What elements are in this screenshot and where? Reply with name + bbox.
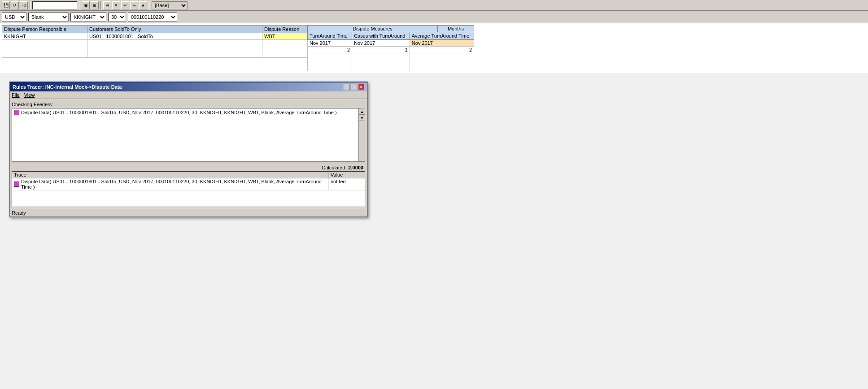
modal-menubar: File View [10, 91, 367, 99]
dm-empty-3 [410, 53, 474, 71]
cell-customer: US01 - 1000001801 - SoldTo [87, 33, 262, 40]
maximize-button[interactable]: □ [351, 84, 357, 90]
calc-row: Calculated: 2.0000 [12, 164, 365, 171]
dm-table: TurnAround Time Cases with TurnAround Av… [307, 32, 474, 71]
months-select[interactable]: 30 [108, 13, 126, 22]
dm-cell-average: 2 [410, 47, 474, 53]
close-button[interactable]: ✕ [358, 84, 364, 90]
dm-col-average: Average TurnAround Time [410, 32, 474, 40]
col-header-reason: Dispute Reason [262, 26, 307, 33]
empty-cell-1 [2, 40, 87, 58]
dispute-table: Dispute Person Responsible Customers Sol… [2, 25, 307, 58]
dm-col-cases: Cases with TurnAround [352, 32, 410, 40]
dm-group-label: Dispute Measures [308, 26, 438, 32]
trace-col-header: Trace [12, 172, 329, 178]
dm-cell-date3: Nov 2017 [410, 40, 474, 47]
dm-cell-date: Nov 2017 [308, 40, 352, 47]
trace-cell: Dispute Data( US01 - 1000001801 - SoldTo… [12, 178, 329, 190]
value-cell: not fed [329, 178, 365, 190]
cell-reason: WBT [262, 33, 307, 40]
dm-data-row: 2 1 2 [308, 47, 474, 53]
print-button[interactable]: 🖨 [103, 1, 111, 9]
empty-cell-3 [262, 40, 307, 58]
main-toolbar: 💾 ↺ ◁ feederview ▣ ⊞ 🖨 ✕ ↩ ↪ ★ [Base] [0, 0, 868, 11]
trace-row: Dispute Data( US01 - 1000001801 - SoldTo… [12, 178, 365, 190]
trace-text: Dispute Data( US01 - 1000001801 - SoldTo… [21, 179, 327, 190]
currency-select[interactable]: USD [2, 13, 26, 22]
feeder-row: Dispute Data( US01 - 1000001801 - SoldTo… [13, 109, 364, 116]
value-col-header: Value [329, 172, 365, 178]
base-dropdown[interactable]: [Base] [152, 1, 188, 9]
upper-scrollbar[interactable]: ▲ ▼ [358, 108, 365, 161]
menu-file[interactable]: File [12, 92, 20, 98]
col-header-customer: Customers SoldTo Only [87, 26, 262, 33]
user-select[interactable]: KKNIGHT [70, 13, 106, 22]
status-text: Ready [12, 210, 26, 216]
dm-cell-cases: 1 [352, 47, 410, 53]
save-button[interactable]: 💾 [2, 1, 10, 9]
cancel-button[interactable]: ✕ [112, 1, 120, 9]
col-header-person: Dispute Person Responsible [2, 26, 87, 33]
filter-select[interactable]: Blank [28, 13, 69, 22]
feeder-text: Dispute Data( US01 - 1000001801 - SoldTo… [21, 110, 337, 115]
modal-titlebar: Rules Tracer: INC-Internal Mock->Dispute… [10, 82, 367, 91]
feeder-icon [14, 110, 19, 115]
empty-cell-2 [87, 40, 262, 58]
separator-3 [100, 1, 101, 9]
rules-tracer-modal: Rules Tracer: INC-Internal Mock->Dispute… [9, 82, 368, 217]
separator-4 [149, 1, 150, 9]
main-content: Dispute Person Responsible Customers Sol… [0, 23, 868, 73]
back-button[interactable]: ◁ [20, 1, 28, 9]
dm-months-label: Months [438, 26, 474, 32]
dm-col-turnaround: TurnAround Time [308, 32, 352, 40]
dm-cell-date2: Nov 2017 [352, 40, 410, 47]
dm-period-row: Nov 2017 Nov 2017 Nov 2017 [308, 40, 474, 47]
dm-empty-1 [308, 53, 352, 71]
controls-bar: USD Blank KKNIGHT 30 000100110220 [0, 11, 868, 23]
modal-statusbar: Ready [10, 209, 367, 216]
modal-body: Checking Feeders: Dispute Data( US01 - 1… [10, 99, 367, 209]
tables-wrapper: Dispute Person Responsible Customers Sol… [2, 25, 866, 71]
scroll-up-btn[interactable]: ▲ [359, 108, 365, 115]
dm-cell-turnaround: 2 [308, 47, 352, 53]
table-row: KKNIGHT US01 - 1000001801 - SoldTo WBT [2, 33, 307, 40]
bookmark-button[interactable]: ★ [139, 1, 147, 9]
dm-group-header-row: Dispute Measures Months [307, 25, 474, 32]
dispute-measures-section: Dispute Measures Months TurnAround Time … [307, 25, 474, 71]
calc-label: Calculated: [322, 165, 346, 170]
left-table-container: Dispute Person Responsible Customers Sol… [2, 25, 307, 58]
feederview-input[interactable]: feederview [32, 1, 77, 9]
scroll-down-btn[interactable]: ▼ [359, 115, 365, 121]
separator-1 [30, 1, 31, 9]
redo-button[interactable]: ↪ [130, 1, 138, 9]
empty-row-1 [2, 40, 307, 58]
calc-value: 2.0000 [348, 165, 363, 170]
undo-button[interactable]: ↩ [121, 1, 129, 9]
account-select[interactable]: 000100110220 [128, 13, 177, 22]
trace-icon [14, 182, 19, 187]
cell-person: KKNIGHT [2, 33, 87, 40]
modal-upper-area: Dispute Data( US01 - 1000001801 - SoldTo… [12, 108, 365, 162]
separator-2 [79, 1, 80, 9]
section-label: Checking Feeders: [12, 101, 365, 108]
minimize-button[interactable]: _ [344, 84, 350, 90]
dm-empty-2 [352, 53, 410, 71]
modal-controls: _ □ ✕ [344, 84, 364, 90]
modal-lower-area: Trace Value Dispute Data( US01 - 1000001… [12, 171, 365, 207]
screen1-button[interactable]: ▣ [82, 1, 90, 9]
modal-title: Rules Tracer: INC-Internal Mock->Dispute… [13, 84, 122, 90]
dm-empty-row [308, 53, 474, 71]
modal-lower-header: Trace Value [12, 172, 365, 178]
menu-view[interactable]: View [24, 92, 35, 98]
refresh-button[interactable]: ↺ [11, 1, 19, 9]
screen2-button[interactable]: ⊞ [91, 1, 99, 9]
